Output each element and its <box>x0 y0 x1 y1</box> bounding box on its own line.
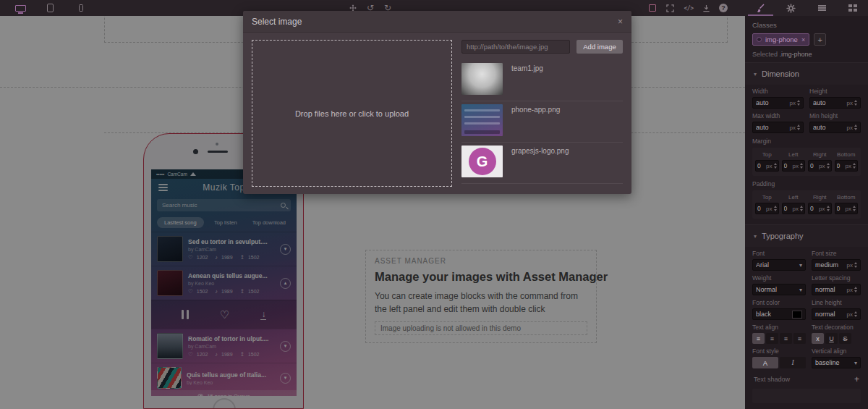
style-normal-button[interactable]: A <box>752 357 778 368</box>
section-body[interactable]: You can create image blocks with the com… <box>375 290 587 316</box>
margin-bottom-input[interactable]: 0px <box>835 160 859 172</box>
padding-top-input[interactable]: 0px <box>755 203 779 214</box>
height-input[interactable]: autopx <box>809 97 861 109</box>
asset-item[interactable]: phone-app.png <box>461 101 623 143</box>
brush-icon <box>756 4 765 13</box>
margin-right-input[interactable]: 0px <box>808 160 832 172</box>
asset-thumbnail-grapesjs-logo: G <box>461 146 503 177</box>
align-right-button[interactable]: ≡ <box>780 333 792 344</box>
add-class-button[interactable]: + <box>814 33 826 46</box>
expand-button[interactable]: ▾ <box>280 244 291 255</box>
song-row[interactable]: Sed eu tortor in sevulput.... by CamCam … <box>151 232 297 266</box>
chevron-down-icon: ▾ <box>799 262 802 269</box>
song-row[interactable]: Aenean quis tellus augue... by Keo Keo ♡… <box>151 266 297 300</box>
stepper[interactable] <box>854 100 857 106</box>
play-count: 1989 <box>221 352 233 357</box>
padding-right-input[interactable]: 0px <box>808 203 832 214</box>
margin-top-input[interactable]: 0px <box>755 160 779 172</box>
width-input[interactable]: autopx <box>752 97 804 109</box>
search-input[interactable]: Search music <box>157 199 291 211</box>
padding-bottom-input[interactable]: 0px <box>835 203 859 214</box>
chevron-down-icon: ▾ <box>854 360 857 366</box>
tab-settings[interactable] <box>776 0 807 16</box>
queue-bar[interactable]: 15 song in Queue <box>151 390 297 396</box>
margin-group: Top0px Left0px Right0px Bottom0px <box>752 148 861 176</box>
field-font-size: Font size mediumpx <box>812 250 861 271</box>
album-art <box>157 236 183 262</box>
stepper[interactable] <box>797 100 800 106</box>
font-select[interactable]: Arial▾ <box>752 259 806 271</box>
line-height-input[interactable]: normalpx <box>812 308 861 320</box>
max-width-input[interactable]: autopx <box>752 122 804 133</box>
phone-screen: ••••• CamCam 12:02 AM Muzik Top Search m… <box>151 169 297 396</box>
asset-manager-section[interactable]: ASSET MANAGER Manage your images with As… <box>365 250 597 343</box>
tab-top-download[interactable]: Top download <box>247 219 291 226</box>
device-tablet-button[interactable] <box>42 0 58 16</box>
pause-icon[interactable] <box>182 310 189 319</box>
padding-left-input[interactable]: 0px <box>782 203 806 214</box>
stepper[interactable] <box>854 125 857 130</box>
close-icon[interactable]: × <box>618 17 623 27</box>
section-typography-body: Font Arial▾ Font size mediumpx Weight No… <box>745 247 868 409</box>
export-code-button[interactable]: </> <box>681 0 696 16</box>
vertical-align-select[interactable]: baseline▾ <box>812 357 861 368</box>
decoration-underline-button[interactable]: U <box>825 333 838 344</box>
layers-icon <box>818 4 826 12</box>
collapse-button[interactable]: ▴ <box>280 278 291 289</box>
align-justify-button[interactable]: ≡ <box>793 333 806 344</box>
import-button[interactable] <box>699 0 712 16</box>
align-left-button[interactable]: ≡ <box>752 333 765 344</box>
tab-latest-song[interactable]: Lasttest song <box>157 217 204 228</box>
class-chip[interactable]: img-phone × <box>752 33 809 46</box>
add-text-shadow-button[interactable]: + <box>854 374 859 384</box>
song-row[interactable]: Romatic of tortor in ulput.... by CamCam… <box>151 329 297 363</box>
asset-item[interactable]: 1 Section 1/2 Section tmp-blocks.jpg <box>461 184 623 187</box>
font-color-input[interactable]: black <box>752 308 806 320</box>
stepper[interactable] <box>797 125 800 130</box>
expand-button[interactable]: ▾ <box>280 373 291 384</box>
decoration-none-button[interactable]: x <box>812 333 824 344</box>
letter-spacing-input[interactable]: normalpx <box>812 284 861 295</box>
song-tabs: Lasttest song Top listen Top download <box>151 214 297 232</box>
device-mobile-button[interactable] <box>74 0 88 16</box>
hamburger-icon[interactable] <box>158 182 168 193</box>
song-row[interactable]: Quis tellus augue of Italia... by Keo Ke… <box>151 363 297 390</box>
help-button[interactable]: ? <box>717 0 730 16</box>
section-dimension-header[interactable]: ▾ Dimension <box>745 62 868 85</box>
asset-item[interactable]: team1.jpg <box>461 60 623 101</box>
heart-icon[interactable]: ♡ <box>220 308 229 321</box>
field-height: Height autopx <box>809 88 861 109</box>
image-url-input[interactable] <box>461 40 570 54</box>
toggle-borders-button[interactable] <box>646 0 659 16</box>
fullscreen-button[interactable] <box>663 0 676 16</box>
help-icon: ? <box>719 4 728 12</box>
tab-style-manager[interactable] <box>745 0 776 16</box>
section-title: Typography <box>762 232 803 240</box>
device-desktop-button[interactable] <box>12 0 29 16</box>
decoration-strike-button[interactable]: S <box>839 333 851 344</box>
font-size-input[interactable]: mediumpx <box>812 259 861 271</box>
add-image-button[interactable]: Add image <box>576 40 623 54</box>
dropzone-label: Drop files here or click to upload <box>295 109 409 118</box>
tab-layer-manager[interactable] <box>807 0 838 16</box>
file-dropzone[interactable]: Drop files here or click to upload <box>252 40 452 187</box>
min-height-input[interactable]: autopx <box>809 122 861 133</box>
tab-top-listen[interactable]: Top listen <box>204 219 247 226</box>
color-swatch[interactable] <box>792 311 802 319</box>
section-note[interactable]: Image uploading is not allowed in this d… <box>375 321 587 335</box>
expand-button[interactable]: ▾ <box>280 341 291 352</box>
margin-left-input[interactable]: 0px <box>782 160 806 172</box>
download-icon[interactable]: ↓ <box>260 310 266 320</box>
borders-icon <box>649 4 656 12</box>
tab-open-blocks[interactable] <box>838 0 868 16</box>
asset-thumbnail-team1 <box>461 63 503 95</box>
section-heading[interactable]: Manage your images with Asset Manager <box>375 270 587 284</box>
phone-camera <box>193 149 198 154</box>
asset-item[interactable]: G grapesjs-logo.png <box>461 143 623 184</box>
section-typography-header[interactable]: ▾ Typography <box>745 224 868 247</box>
class-remove-icon[interactable]: × <box>801 36 805 43</box>
class-visibility-toggle[interactable] <box>757 37 762 42</box>
weight-select[interactable]: Normal▾ <box>752 284 806 295</box>
align-center-button[interactable]: ≡ <box>766 333 778 344</box>
style-italic-button[interactable]: I <box>780 357 806 368</box>
